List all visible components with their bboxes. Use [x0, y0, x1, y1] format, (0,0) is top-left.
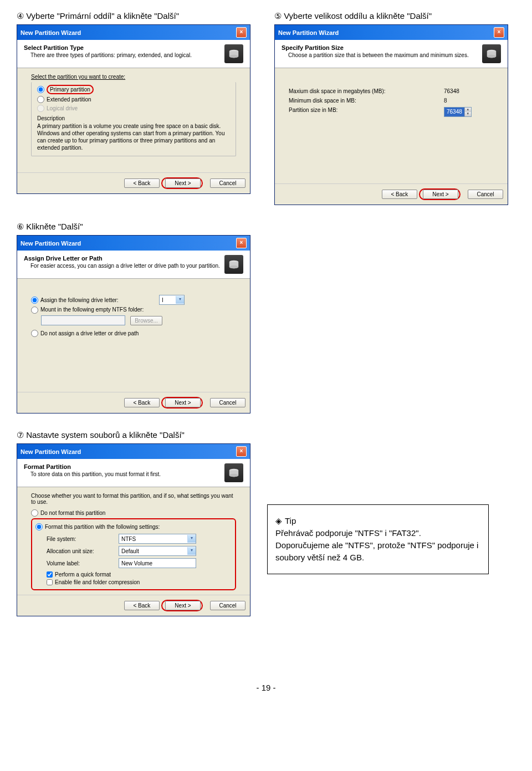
radio-noformat[interactable]: Do not format this partition [31, 509, 236, 517]
spin-up-icon[interactable]: ▲ [464, 108, 471, 112]
close-icon[interactable]: × [236, 27, 247, 38]
alloc-value: Default [121, 548, 139, 554]
wizard-footer: < Back Next > Cancel [17, 392, 250, 413]
titlebar: New Partition Wizard × [17, 444, 250, 459]
back-button[interactable]: < Back [382, 190, 417, 199]
svg-point-3 [487, 55, 497, 58]
tip-box: Tip Přehrávač podporuje "NTFS" i "FAT32"… [267, 504, 489, 574]
wizard-header: Assign Drive Letter or Path For easier a… [17, 251, 250, 279]
fs-combo[interactable]: NTFS ▾ [119, 534, 196, 544]
header-sub: Choose a partition size that is between … [288, 52, 469, 58]
window-title: New Partition Wizard [21, 448, 81, 455]
vol-value: New Volume [121, 560, 152, 566]
disk-icon [224, 44, 243, 63]
opt-format-label: Format this partition with the following… [45, 524, 160, 530]
min-value: 8 [444, 98, 494, 104]
alloc-label: Allocation unit size: [47, 548, 108, 554]
wizard-footer: < Back Next > Cancel [17, 595, 250, 616]
back-button[interactable]: < Back [124, 601, 160, 610]
opt-extended-label: Extended partition [47, 96, 91, 103]
next-button[interactable]: Next > [165, 178, 201, 188]
max-label: Maxium disk space in megabytes (MB): [289, 88, 386, 94]
next-button[interactable]: Next > [423, 190, 458, 199]
window-title: New Partition Wizard [278, 29, 339, 36]
header-title: Specify Partition Size [282, 44, 469, 51]
fs-label: File system: [47, 536, 108, 542]
drive-letter: I [162, 297, 163, 303]
spin-down-icon[interactable]: ▼ [464, 112, 471, 116]
tip-line2: Doporučujeme ale "NTFS", protože "NTFS" … [275, 539, 480, 564]
radio-extended[interactable]: Extended partition [37, 96, 230, 103]
close-icon[interactable]: × [494, 27, 504, 38]
vol-input[interactable]: New Volume [119, 558, 196, 568]
fs-value: NTFS [121, 536, 136, 542]
tip-line1: Přehrávač podporuje "NTFS" i "FAT32". [275, 527, 480, 539]
close-icon[interactable]: × [236, 446, 247, 457]
step6-label: ⑥ Klikněte "Další" [17, 222, 515, 232]
cancel-button[interactable]: Cancel [210, 398, 245, 407]
chevron-down-icon: ▾ [187, 535, 196, 543]
size-input[interactable]: 76348 ▲▼ [444, 107, 472, 117]
format-prompt: Choose whether you want to format this p… [31, 493, 236, 505]
wizard-5: New Partition Wizard × Specify Partition… [274, 24, 508, 205]
size-label: Partition size in MB: [289, 107, 337, 117]
cancel-button[interactable]: Cancel [210, 601, 245, 610]
disk-icon [482, 44, 501, 63]
max-value: 76348 [444, 88, 494, 94]
mount-path-input[interactable] [41, 315, 125, 325]
svg-point-1 [229, 55, 239, 58]
titlebar: New Partition Wizard × [275, 25, 508, 40]
back-button[interactable]: < Back [124, 398, 160, 407]
step7-label: ⑦ Nastavte system souborů a klikněte "Da… [17, 430, 515, 440]
radio-none[interactable]: Do not assign a drive letter or drive pa… [31, 330, 236, 337]
opt-logical-label: Logical drive [47, 105, 78, 111]
wizard-4: New Partition Wizard × Select Partition … [17, 24, 250, 194]
opt-noformat-label: Do not format this partition [40, 510, 105, 516]
opt-none-label: Do not assign a drive letter or drive pa… [40, 330, 139, 336]
alloc-combo[interactable]: Default ▾ [119, 546, 196, 556]
drive-letter-combo[interactable]: I ▾ [159, 295, 185, 305]
quick-label: Perform a quick format [55, 571, 111, 578]
window-title: New Partition Wizard [21, 240, 81, 247]
header-title: Format Partition [24, 463, 161, 470]
disk-icon [224, 463, 243, 482]
opt-primary-label: Primary partition [47, 85, 94, 94]
svg-point-7 [229, 474, 239, 477]
prompt: Select the partition you want to create: [31, 74, 236, 80]
radio-mount[interactable]: Mount in the following empty NTFS folder… [31, 307, 236, 314]
wizard-7: New Partition Wizard × Format Partition … [17, 443, 250, 616]
browse-button[interactable]: Browse... [130, 316, 162, 325]
chk-compress[interactable]: Enable file and folder compression [47, 579, 232, 585]
titlebar: New Partition Wizard × [17, 236, 250, 251]
titlebar: New Partition Wizard × [17, 25, 250, 40]
wizard-header: Select Partition Type There are three ty… [17, 40, 250, 68]
next-button[interactable]: Next > [165, 398, 201, 407]
header-sub: For easier access, you can assign a driv… [30, 263, 220, 269]
next-button[interactable]: Next > [165, 601, 201, 610]
header-sub: To store data on this partition, you mus… [30, 471, 161, 477]
close-icon[interactable]: × [236, 238, 247, 248]
cancel-button[interactable]: Cancel [210, 178, 245, 188]
radio-assign[interactable]: Assign the following drive letter: I ▾ [31, 295, 236, 305]
wizard-header: Specify Partition Size Choose a partitio… [275, 40, 508, 68]
step4-label: ④ Vyberte "Primární oddíl" a klikněte "D… [17, 11, 258, 21]
radio-primary[interactable]: Primary partition [37, 85, 230, 94]
chevron-down-icon: ▾ [176, 296, 184, 304]
size-value: 76348 [444, 108, 464, 116]
svg-point-5 [229, 265, 239, 269]
opt-mount-label: Mount in the following empty NTFS folder… [40, 307, 144, 313]
window-title: New Partition Wizard [21, 29, 81, 36]
wizard-header: Format Partition To store data on this p… [17, 459, 250, 487]
wizard-6: New Partition Wizard × Assign Drive Lett… [17, 235, 250, 413]
chk-quick[interactable]: Perform a quick format [47, 571, 232, 578]
radio-format[interactable]: Format this partition with the following… [35, 523, 232, 530]
opt-assign-label: Assign the following drive letter: [40, 297, 157, 303]
chevron-down-icon: ▾ [187, 547, 196, 555]
disk-icon [224, 255, 243, 274]
compress-label: Enable file and folder compression [55, 579, 140, 585]
tip-title: Tip [275, 515, 480, 527]
desc-label: Description [37, 115, 230, 121]
back-button[interactable]: < Back [124, 178, 160, 188]
radio-logical: Logical drive [37, 105, 230, 112]
cancel-button[interactable]: Cancel [468, 190, 503, 199]
